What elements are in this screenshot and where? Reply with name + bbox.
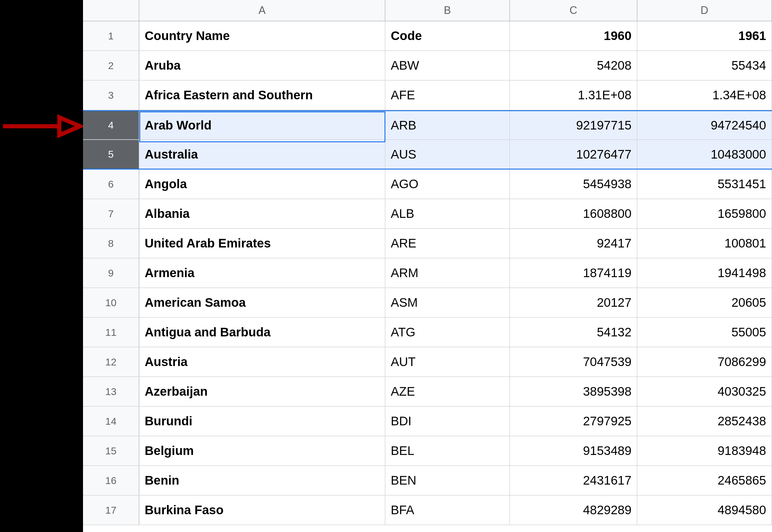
cell[interactable]: 1.34E+08: [637, 81, 772, 110]
cell[interactable]: 1874119: [510, 258, 637, 287]
cell[interactable]: Aruba: [139, 51, 385, 80]
cell[interactable]: ATG: [385, 318, 510, 347]
cell[interactable]: 20127: [510, 288, 637, 317]
row-header[interactable]: 5: [83, 140, 139, 169]
column-header-row: A B C D: [83, 0, 772, 21]
cell[interactable]: 4829289: [510, 496, 637, 525]
cell[interactable]: 4894580: [637, 496, 772, 525]
row-header[interactable]: 13: [83, 377, 139, 406]
cell[interactable]: 7047539: [510, 347, 637, 376]
cell[interactable]: United Arab Emirates: [139, 229, 385, 258]
cell[interactable]: ABW: [385, 51, 510, 80]
row-header[interactable]: 8: [83, 229, 139, 258]
table-row: 11Antigua and BarbudaATG5413255005: [83, 318, 772, 347]
table-row: 2ArubaABW5420855434: [83, 51, 772, 81]
header-cell-1961[interactable]: 1961: [637, 21, 772, 50]
cell[interactable]: 4030325: [637, 377, 772, 406]
cell[interactable]: ARM: [385, 258, 510, 287]
cell[interactable]: 10483000: [637, 140, 772, 169]
table-row: 8United Arab EmiratesARE92417100801: [83, 229, 772, 258]
cell[interactable]: BEL: [385, 436, 510, 465]
cell[interactable]: 5454938: [510, 170, 637, 199]
cell[interactable]: Australia: [139, 140, 385, 169]
cell[interactable]: Armenia: [139, 258, 385, 287]
row-header[interactable]: 14: [83, 407, 139, 436]
cell[interactable]: Benin: [139, 466, 385, 495]
column-header-C[interactable]: C: [510, 0, 637, 21]
cell[interactable]: 1608800: [510, 199, 637, 228]
cell[interactable]: ARE: [385, 229, 510, 258]
row-header[interactable]: 6: [83, 170, 139, 199]
cell[interactable]: 100801: [637, 229, 772, 258]
cell[interactable]: 54132: [510, 318, 637, 347]
cell[interactable]: ALB: [385, 199, 510, 228]
row-header[interactable]: 9: [83, 258, 139, 287]
cell[interactable]: AGO: [385, 170, 510, 199]
cell[interactable]: 92417: [510, 229, 637, 258]
cell[interactable]: 3895398: [510, 377, 637, 406]
row-header[interactable]: 11: [83, 318, 139, 347]
cell[interactable]: 55005: [637, 318, 772, 347]
row-header[interactable]: 15: [83, 436, 139, 465]
row-header[interactable]: 1: [83, 21, 139, 50]
header-cell-code[interactable]: Code: [385, 21, 510, 50]
cell[interactable]: 2465865: [637, 466, 772, 495]
select-all-corner[interactable]: [83, 0, 139, 21]
cell[interactable]: 5531451: [637, 170, 772, 199]
cell[interactable]: 1941498: [637, 258, 772, 287]
cell[interactable]: Africa Eastern and Southern: [139, 81, 385, 110]
cell[interactable]: 54208: [510, 51, 637, 80]
cell[interactable]: AZE: [385, 377, 510, 406]
row-header[interactable]: 3: [83, 81, 139, 110]
cell[interactable]: Arab World: [139, 111, 385, 139]
cell[interactable]: AUT: [385, 347, 510, 376]
cell[interactable]: Angola: [139, 170, 385, 199]
cell[interactable]: 9183948: [637, 436, 772, 465]
row-header[interactable]: 17: [83, 496, 139, 525]
cell[interactable]: Belgium: [139, 436, 385, 465]
cell[interactable]: ASM: [385, 288, 510, 317]
cell[interactable]: BFA: [385, 496, 510, 525]
cell[interactable]: 10276477: [510, 140, 637, 169]
cell[interactable]: 1659800: [637, 199, 772, 228]
cell[interactable]: American Samoa: [139, 288, 385, 317]
cell[interactable]: 2852438: [637, 407, 772, 436]
column-header-A[interactable]: A: [139, 0, 385, 21]
cell[interactable]: 1.31E+08: [510, 81, 637, 110]
cell[interactable]: Albania: [139, 199, 385, 228]
row-header[interactable]: 10: [83, 288, 139, 317]
cell[interactable]: 20605: [637, 288, 772, 317]
column-header-D[interactable]: D: [637, 0, 772, 21]
cell[interactable]: 9153489: [510, 436, 637, 465]
cell[interactable]: Austria: [139, 347, 385, 376]
row-header[interactable]: 4: [83, 111, 139, 139]
spreadsheet[interactable]: A B C D 1 Country Name Code 1960 1961 2A…: [83, 0, 772, 532]
header-cell-1960[interactable]: 1960: [510, 21, 637, 50]
table-row: 10American SamoaASM2012720605: [83, 288, 772, 318]
cell[interactable]: 2431617: [510, 466, 637, 495]
row-header[interactable]: 7: [83, 199, 139, 228]
cell[interactable]: AFE: [385, 81, 510, 110]
cell[interactable]: ARB: [385, 111, 510, 139]
cell[interactable]: BEN: [385, 466, 510, 495]
cell[interactable]: 2797925: [510, 407, 637, 436]
row-header[interactable]: 2: [83, 51, 139, 80]
cell[interactable]: Burundi: [139, 407, 385, 436]
cell[interactable]: Antigua and Barbuda: [139, 318, 385, 347]
rows-container: 1 Country Name Code 1960 1961 2ArubaABW5…: [83, 21, 772, 525]
cell[interactable]: AUS: [385, 140, 510, 169]
cell[interactable]: 94724540: [637, 111, 772, 139]
table-row: 13AzerbaijanAZE38953984030325: [83, 377, 772, 407]
row-header[interactable]: 16: [83, 466, 139, 495]
header-cell-country-name[interactable]: Country Name: [139, 21, 385, 50]
cell[interactable]: 55434: [637, 51, 772, 80]
table-row: 9ArmeniaARM18741191941498: [83, 258, 772, 288]
cell[interactable]: 7086299: [637, 347, 772, 376]
cell[interactable]: BDI: [385, 407, 510, 436]
column-header-B[interactable]: B: [385, 0, 510, 21]
cell[interactable]: Burkina Faso: [139, 496, 385, 525]
row-header[interactable]: 12: [83, 347, 139, 376]
cell[interactable]: 92197715: [510, 111, 637, 139]
cell[interactable]: Azerbaijan: [139, 377, 385, 406]
table-row: 12AustriaAUT70475397086299: [83, 347, 772, 377]
